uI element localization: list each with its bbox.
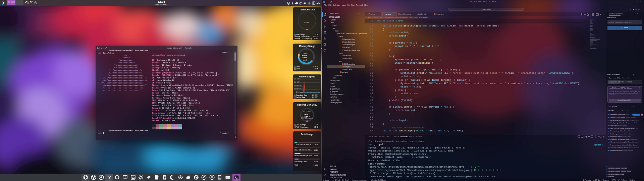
svg-text:zsh: zsh (581, 136, 584, 138)
